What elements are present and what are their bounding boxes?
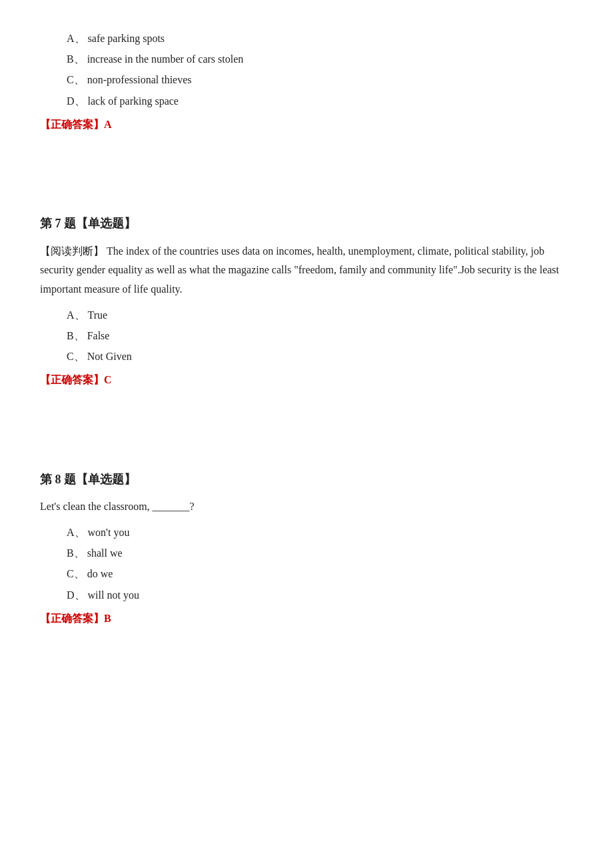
option-letter: A、 [67,309,85,321]
answer-8: 【正确答案】B [40,609,573,627]
question-8-section: 第 8 题【单选题】 Let's clean the classroom, __… [40,469,573,627]
option-text: won't you [88,527,130,538]
question-7-tag: 【阅读判断】 [40,245,104,257]
option-7-a: A、 True [67,306,573,324]
question-7-body: 【阅读判断】 The index of the countries uses d… [40,242,573,299]
option-text: increase in the number of cars stolen [87,53,244,65]
option-text: True [88,309,108,321]
question-8-body: Let's clean the classroom, _______? [40,497,573,517]
option-letter: B、 [67,547,85,559]
option-text: do we [87,568,113,579]
option-7-c: C、 Not Given [67,347,573,365]
option-prev-d: D、 lack of parking space [67,92,573,110]
option-8-a: A、 won't you [67,523,573,541]
spacer-2 [40,416,573,469]
spacer-1 [40,160,573,213]
option-text: non-professional thieves [87,74,192,85]
option-letter: C、 [67,351,85,362]
option-8-d: D、 will not you [67,586,573,604]
option-7-b: B、 False [67,327,573,345]
option-letter: B、 [67,330,85,341]
answer-7: 【正确答案】C [40,371,573,389]
question-7-text: The index of the countries uses data on … [40,245,559,295]
option-text: safe parking spots [88,33,165,44]
option-letter: C、 [67,74,85,85]
option-letter: A、 [67,33,85,44]
option-letter: B、 [67,53,85,65]
option-prev-a: A、 safe parking spots [67,29,573,47]
question-7-section: 第 7 题【单选题】 【阅读判断】 The index of the count… [40,213,573,389]
option-letter: C、 [67,568,85,579]
option-text: Not Given [87,351,132,362]
option-letter: D、 [67,95,85,107]
option-text: shall we [87,547,123,559]
option-8-c: C、 do we [67,565,573,583]
option-prev-b: B、 increase in the number of cars stolen [67,50,573,68]
option-text: False [87,330,110,341]
question-7-title: 第 7 题【单选题】 [40,213,573,234]
prev-section: A、 safe parking spots B、 increase in the… [40,29,573,133]
option-text: lack of parking space [88,95,179,107]
option-letter: A、 [67,527,85,538]
question-8-title: 第 8 题【单选题】 [40,469,573,490]
option-prev-c: C、 non-professional thieves [67,71,573,89]
question-8-text: Let's clean the classroom, _______? [40,501,195,512]
option-letter: D、 [67,589,85,601]
answer-prev: 【正确答案】A [40,115,573,133]
option-8-b: B、 shall we [67,544,573,562]
option-text: will not you [88,589,139,601]
